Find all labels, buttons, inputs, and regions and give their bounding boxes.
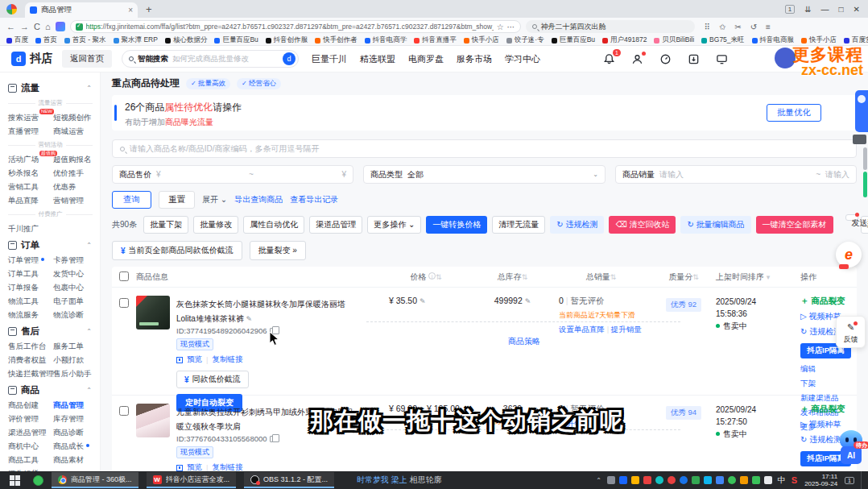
query-button[interactable]: 查询 xyxy=(112,191,151,209)
export-log-link[interactable]: 查看导出记录 xyxy=(290,194,338,205)
sidebar-item-商品管理[interactable]: 商品管理 xyxy=(53,400,93,409)
tray-icon[interactable] xyxy=(764,476,772,484)
toolbar-button[interactable]: 一键清空全部素材 xyxy=(756,216,833,234)
bookmark-item[interactable]: 快手小店 xyxy=(464,35,499,45)
toolbar-button[interactable]: ⌫ 清空回收站 xyxy=(609,216,676,234)
op-link[interactable]: ＋ 商品裂变 xyxy=(800,296,845,307)
tray-icon[interactable] xyxy=(619,476,627,484)
back-icon[interactable]: ← xyxy=(6,22,15,31)
price-range-filter[interactable]: 商品售价 ¥ ~ ¥ xyxy=(112,165,353,184)
bulk-optimize-button[interactable]: 批量优化 xyxy=(767,104,821,122)
row-checkbox[interactable] xyxy=(119,406,129,416)
sidebar-item-售后工作台[interactable]: 售后工作台 xyxy=(8,342,53,350)
toolbar-button[interactable]: 渠道品管理 xyxy=(309,216,362,234)
edit-stock-icon[interactable]: ✎ xyxy=(525,297,531,305)
sidebar-item-物流诊断[interactable]: 物流诊断 xyxy=(53,310,93,319)
sidebar-item-商品创建[interactable]: 商品创建 xyxy=(8,400,53,409)
floating-service-widget[interactable] xyxy=(855,90,868,132)
scrollbar-thumb[interactable] xyxy=(863,147,867,170)
taskbar-app[interactable]: 商品管理 - 360极... xyxy=(52,472,138,488)
tray-icon[interactable] xyxy=(607,476,615,484)
tray-icon[interactable] xyxy=(631,476,639,484)
bookmark-item[interactable]: 巨量百应Bu xyxy=(552,35,595,45)
header-nav-link[interactable]: 精选联盟 xyxy=(360,53,395,65)
sidebar-item-物流工具[interactable]: 物流工具 xyxy=(8,296,53,305)
bookmark-item[interactable]: 聚水潭 ERP xyxy=(114,35,158,45)
toolbar-button[interactable]: ↻ 批量编辑商品 xyxy=(680,216,750,234)
tray-icon[interactable] xyxy=(752,476,760,484)
more-icon[interactable]: ⋯ xyxy=(507,23,515,31)
preview-link[interactable]: 预览 xyxy=(187,462,202,471)
tray-icon[interactable] xyxy=(643,476,651,484)
home-icon[interactable]: ⌂ xyxy=(45,22,51,31)
sidebar-item-小额打款[interactable]: 小额打款 xyxy=(53,355,93,364)
history-icon[interactable]: ↺ xyxy=(750,23,757,31)
sidebar-item-优价推手[interactable]: 优价推手 xyxy=(53,168,93,177)
start-button[interactable] xyxy=(10,475,20,486)
taskbar-green-app-icon[interactable] xyxy=(33,475,43,486)
tab-close-icon[interactable]: × xyxy=(128,6,133,15)
sidebar-section-header[interactable]: 流量⌃ xyxy=(8,82,92,94)
tray-icon[interactable] xyxy=(704,476,712,484)
sidebar-item-消费者权益[interactable]: 消费者权益 xyxy=(8,355,53,364)
sidebar-item-营销管理[interactable]: 营销管理 xyxy=(53,196,93,205)
sidebar-item-商城运营[interactable]: 商城运营 xyxy=(53,126,93,135)
product-type-select[interactable]: 商品类型 全部 ⌄ xyxy=(363,165,606,184)
dashboard-icon[interactable] xyxy=(659,53,672,65)
product-title[interactable]: 灰色抹茶女长筒小腿袜腿袜秋冬加厚保暖洛丽塔Lolita堆堆袜茶袜裤 xyxy=(176,300,345,323)
keyword-search-input[interactable]: 请输入商品名称/商品ID/商家编码，多条可用逗号隔开 xyxy=(112,139,857,158)
feedback-button[interactable]: ✎ 反馈 xyxy=(836,316,866,348)
tray-icon[interactable] xyxy=(680,476,688,484)
bookmark-item[interactable]: 核心数据分 xyxy=(165,35,208,45)
bookmark-item[interactable]: 快手小店 xyxy=(801,35,837,45)
sidebar-item-卡券管理[interactable]: 卡券管理 xyxy=(53,255,93,264)
sidebar-item-单品直降[interactable]: 单品直降 xyxy=(8,196,53,205)
product-strategy-link[interactable]: 商品策略 xyxy=(508,336,540,347)
bookmark-item[interactable]: 饺子迷·专 xyxy=(506,35,544,45)
sidebar-section-header[interactable]: 售后⌃ xyxy=(8,325,92,338)
copy-link[interactable]: 复制链接 xyxy=(212,354,242,365)
bookmark-item[interactable]: 首页 xyxy=(35,35,57,45)
bookmark-item[interactable]: 巨量百应Bu xyxy=(214,35,258,45)
col-quality[interactable]: 质量分⇅ xyxy=(651,271,716,283)
sidebar-item-超值购报名[interactable]: 超值购报名 xyxy=(53,155,93,164)
close-button[interactable]: ✕ xyxy=(854,5,860,14)
sidebar-item-秒杀报名[interactable]: 秒杀报名 xyxy=(8,168,53,177)
bookmark-item[interactable]: 抖音电商服 xyxy=(752,35,795,45)
sidebar-item-商品诊断[interactable]: 商品诊断 xyxy=(53,428,93,437)
expand-toggle[interactable]: 展开 ⌄ xyxy=(202,194,227,205)
tray-icon[interactable] xyxy=(728,476,736,484)
security-shield-icon[interactable] xyxy=(76,23,83,31)
qr-icon[interactable] xyxy=(176,465,183,471)
sidebar-item-活动广场[interactable]: 活动广场超值购 xyxy=(8,155,53,164)
op-link[interactable]: ↻ 违规检测 xyxy=(800,434,841,445)
scrollbar-thumb-green[interactable] xyxy=(863,172,867,197)
app-logo[interactable]: d 抖店 xyxy=(11,52,52,66)
reload-icon[interactable]: C xyxy=(34,22,40,31)
browser-logo-icon[interactable] xyxy=(6,4,17,15)
header-nav-link[interactable]: 服务市场 xyxy=(457,53,492,65)
header-nav-link[interactable]: 学习中心 xyxy=(505,53,540,65)
bookmark-star-icon[interactable]: ☆ xyxy=(497,23,504,31)
export-link[interactable]: 导出查询商品 xyxy=(234,194,283,205)
op-link[interactable]: ▷ 视频种草 xyxy=(800,311,841,322)
tray-icon[interactable] xyxy=(740,476,748,484)
reset-button[interactable]: 重置 xyxy=(159,191,195,209)
sidebar-item-直播管理[interactable]: 直播管理 xyxy=(8,126,53,135)
sales-range-filter[interactable]: 商品销量 请输入 ~ 请输入 xyxy=(615,165,857,184)
sidebar-item-订单报备[interactable]: 订单报备 xyxy=(8,283,53,292)
monitor-icon[interactable] xyxy=(716,53,728,65)
bookmark-item[interactable]: 抖音创作服 xyxy=(266,35,308,45)
select-all-checkbox[interactable] xyxy=(119,271,129,281)
alibaba-floating-logo[interactable]: e xyxy=(836,242,862,267)
apps-grid-icon[interactable]: ⠿ xyxy=(705,23,710,31)
sidebar-item-库存管理[interactable]: 库存管理 xyxy=(53,414,93,423)
maximize-button[interactable]: □ xyxy=(839,5,844,14)
minimize-button[interactable]: — xyxy=(821,5,829,14)
search-submit-icon[interactable]: d xyxy=(283,52,296,65)
download-icon[interactable] xyxy=(688,53,700,65)
bookmark-item[interactable]: 贝贝BiliBili xyxy=(654,35,694,45)
toolbar-button[interactable]: 更多操作 ⌄ xyxy=(367,216,421,234)
sidebar-item-售后小助手[interactable]: 售后小助手 xyxy=(53,369,93,378)
low-price-intercept-button[interactable]: ¥同款低价截流 xyxy=(176,371,249,388)
